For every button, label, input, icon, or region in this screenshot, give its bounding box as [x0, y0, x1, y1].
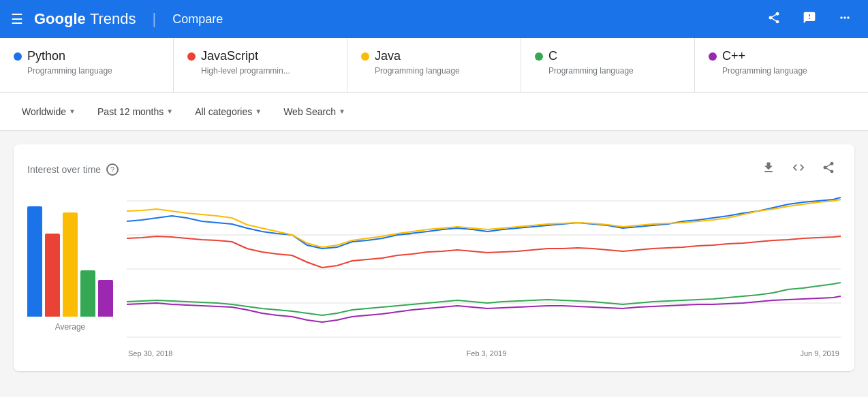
x-label-start: Sep 30, 2018: [128, 349, 172, 358]
c-dot: [535, 52, 543, 61]
logo: Google Trends: [34, 10, 136, 28]
share-chart-button[interactable]: [816, 158, 841, 180]
embed-button[interactable]: [786, 158, 811, 180]
help-icon[interactable]: ?: [106, 163, 119, 176]
header: ☰ Google Trends | Compare: [0, 0, 868, 38]
search-type-label: Web Search: [283, 106, 336, 117]
average-label: Average: [55, 322, 85, 332]
bar-c: [80, 270, 95, 317]
chart-header: Interest over time ?: [27, 158, 841, 180]
interest-over-time-card: Interest over time ?: [14, 144, 854, 371]
location-chevron-icon: ▼: [69, 108, 76, 115]
c-desc: Programming language: [548, 66, 681, 76]
python-label: Python: [27, 49, 65, 63]
chart-title-area: Interest over time ?: [27, 163, 119, 176]
filters-bar: Worldwide ▼ Past 12 months ▼ All categor…: [0, 93, 868, 131]
bar-java: [63, 212, 78, 317]
search-type-filter[interactable]: Web Search ▼: [275, 101, 354, 123]
header-compare-label: Compare: [172, 12, 223, 27]
c-label: C: [548, 49, 557, 63]
main-content: Interest over time ?: [0, 131, 868, 385]
category-label: All categories: [195, 106, 252, 117]
javascript-label: JavaScript: [201, 49, 258, 63]
cpp-dot: [709, 52, 717, 61]
cpp-line: [127, 296, 841, 322]
java-line: [127, 236, 841, 268]
java-dot: [361, 52, 369, 61]
bar-python: [27, 206, 42, 317]
location-label: Worldwide: [22, 106, 66, 117]
java-label: Java: [375, 49, 401, 63]
javascript-dot: [187, 52, 196, 61]
header-actions: [762, 5, 857, 33]
feedback-button[interactable]: [797, 5, 822, 33]
bar-cpp: [98, 280, 113, 317]
cpp-desc: Programming language: [722, 66, 854, 76]
share-button[interactable]: [762, 5, 786, 33]
category-filter[interactable]: All categories ▼: [187, 101, 270, 123]
menu-icon[interactable]: ☰: [11, 11, 23, 27]
time-chevron-icon: ▼: [166, 108, 173, 115]
line-chart-svg: 100 75 50 25: [127, 194, 841, 344]
bars-container: [27, 194, 113, 317]
cpp-label: C++: [722, 49, 745, 63]
term-javascript[interactable]: JavaScript High-level programmin...: [174, 38, 347, 92]
python-dot: [14, 52, 22, 61]
python-line: [127, 197, 841, 249]
javascript-line: [127, 200, 841, 247]
download-button[interactable]: [756, 158, 781, 180]
term-java[interactable]: Java Programming language: [347, 38, 521, 92]
time-filter[interactable]: Past 12 months ▼: [89, 101, 181, 123]
line-chart-area: 100 75 50 25 Sep 30, 2018: [127, 194, 841, 358]
x-label-mid: Feb 3, 2019: [467, 349, 507, 358]
c-line: [127, 283, 841, 315]
term-c[interactable]: C Programming language: [521, 38, 695, 92]
average-chart: Average: [27, 194, 113, 358]
x-label-end: Jun 9, 2019: [800, 349, 839, 358]
header-divider: |: [153, 10, 157, 28]
chart-actions: [756, 158, 841, 180]
java-desc: Programming language: [375, 66, 507, 76]
terms-bar: Python Programming language JavaScript H…: [0, 38, 868, 93]
location-filter[interactable]: Worldwide ▼: [14, 101, 84, 123]
python-desc: Programming language: [27, 66, 159, 76]
bar-javascript: [45, 234, 60, 317]
apps-button[interactable]: [833, 5, 857, 33]
term-cpp[interactable]: C++ Programming language: [695, 38, 868, 92]
chart-x-labels: Sep 30, 2018 Feb 3, 2019 Jun 9, 2019: [127, 349, 841, 358]
search-type-chevron-icon: ▼: [339, 108, 345, 115]
javascript-desc: High-level programmin...: [201, 66, 333, 76]
time-label: Past 12 months: [97, 106, 164, 117]
term-python[interactable]: Python Programming language: [0, 38, 174, 92]
chart-body: Average 100 75 50 25: [27, 194, 841, 358]
chart-title: Interest over time: [27, 164, 101, 175]
category-chevron-icon: ▼: [255, 108, 262, 115]
